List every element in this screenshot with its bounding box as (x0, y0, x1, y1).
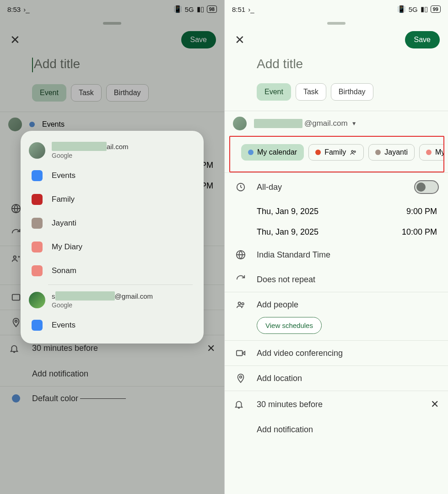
provider-label: Google (52, 301, 153, 309)
title-input[interactable]: Add title (225, 53, 448, 75)
account-item[interactable]: ail.com Google (21, 137, 204, 164)
status-time: 8:51 (232, 5, 245, 13)
network-label: 5G (185, 5, 194, 13)
color-label: Default color (32, 394, 215, 403)
repeat-icon (234, 274, 248, 285)
highlight-box: My calendar Family Jayanti My D (229, 136, 444, 172)
dot-icon (375, 150, 381, 155)
calendar-option-mydiary[interactable]: My Diary (21, 235, 204, 259)
remove-notification-icon[interactable]: ✕ (431, 398, 439, 410)
swatch-icon (32, 242, 43, 252)
redacted-email (254, 119, 302, 128)
calendar-chip-jayanti[interactable]: Jayanti (368, 144, 415, 161)
title-input[interactable]: Add title (0, 53, 224, 76)
dot-icon (248, 150, 254, 155)
svg-point-11 (240, 376, 242, 378)
save-button[interactable]: Save (405, 31, 440, 48)
repeat-row[interactable]: Does not repeat (225, 267, 448, 292)
end-date[interactable]: Thu, Jan 9, 2025 (257, 227, 318, 237)
people-row[interactable]: Add people (225, 292, 448, 317)
account-selector[interactable]: @gmail.com ▼ (225, 111, 448, 136)
notification-label: 30 minutes before (32, 344, 207, 353)
redacted-email (55, 291, 115, 301)
save-button[interactable]: Save (181, 31, 216, 48)
vibrate-icon: 📳 (173, 5, 182, 13)
tab-event[interactable]: Event (257, 83, 291, 101)
drag-handle[interactable] (103, 22, 121, 25)
calendar-picker-popup: ail.com Google Events Family Jayanti My … (21, 131, 204, 344)
bell-icon (234, 399, 248, 409)
svg-point-3 (15, 320, 17, 322)
tab-task[interactable]: Task (296, 83, 326, 101)
remove-notification-icon[interactable]: ✕ (207, 343, 215, 354)
close-icon[interactable]: ✕ (10, 34, 20, 46)
allday-toggle[interactable] (414, 180, 439, 194)
dot-icon (426, 150, 432, 155)
dot-icon (315, 150, 321, 155)
status-time: 8:53 (7, 5, 21, 13)
avatar (29, 292, 45, 308)
avatar (8, 118, 22, 131)
calendar-label: Events (42, 120, 65, 129)
add-notification-row[interactable]: Add notification (225, 418, 448, 442)
end-datetime[interactable]: Thu, Jan 9, 2025 10:00 PM (225, 222, 448, 242)
swatch-icon (32, 218, 43, 229)
calendar-option-jayanti[interactable]: Jayanti (21, 211, 204, 235)
video-icon (234, 348, 248, 358)
video-conf-row[interactable]: Add video conferencing (225, 341, 448, 365)
people-icon (234, 300, 248, 310)
network-label: 5G (409, 5, 418, 13)
end-time[interactable]: 10:00 PM (402, 227, 437, 237)
start-datetime[interactable]: Thu, Jan 9, 2025 9:00 PM (225, 201, 448, 222)
calendar-chip-family[interactable]: Family (308, 144, 364, 161)
avatar (29, 142, 45, 159)
svg-rect-10 (237, 351, 243, 356)
location-icon (234, 373, 248, 383)
drag-handle[interactable] (327, 22, 345, 25)
color-dot-icon (9, 394, 23, 403)
tab-task[interactable]: Task (71, 84, 102, 102)
start-time[interactable]: 9:00 PM (406, 207, 437, 216)
calendar-option-events[interactable]: Events (21, 164, 204, 188)
close-icon[interactable]: ✕ (235, 34, 245, 46)
status-bar: 8:51 ›_ 📳 5G ▮▯ 99 (225, 0, 448, 18)
calendar-option-family[interactable]: Family (21, 188, 204, 211)
people-icon (350, 149, 357, 156)
avatar (233, 117, 247, 130)
notification-label: 30 minutes before (257, 400, 431, 409)
allday-row: All-day (225, 173, 448, 201)
svg-point-1 (14, 256, 16, 258)
signal-icon: ▮▯ (197, 5, 204, 13)
terminal-icon: ›_ (248, 5, 254, 13)
terminal-icon: ›_ (23, 5, 29, 13)
location-row[interactable]: Add location (225, 366, 448, 391)
battery-icon: 99 (431, 5, 441, 13)
calendar-option-sonam[interactable]: Sonam (21, 259, 204, 283)
swatch-icon (32, 265, 43, 276)
svg-point-4 (351, 150, 353, 152)
calendar-chip-mycalendar[interactable]: My calendar (241, 144, 304, 161)
signal-icon: ▮▯ (421, 5, 428, 13)
tab-birthday[interactable]: Birthday (331, 83, 373, 101)
color-row[interactable]: Default color (0, 387, 224, 411)
svg-point-8 (238, 302, 241, 305)
swatch-icon (32, 194, 43, 205)
globe-icon (234, 250, 248, 260)
start-date[interactable]: Thu, Jan 9, 2025 (257, 207, 318, 216)
timezone-row[interactable]: India Standard Time (225, 242, 448, 267)
account-item[interactable]: s @gmail.com Google (21, 287, 204, 313)
svg-point-9 (242, 303, 244, 305)
vibrate-icon: 📳 (397, 5, 406, 13)
calendar-chip-mydiary[interactable]: My D (419, 144, 443, 161)
notification-row[interactable]: 30 minutes before ✕ (225, 391, 448, 418)
allday-label: All-day (257, 183, 405, 192)
calendar-option-events-2[interactable]: Events (21, 313, 204, 337)
tab-birthday[interactable]: Birthday (106, 84, 149, 102)
swatch-icon (32, 320, 43, 331)
bell-icon (9, 344, 23, 354)
chevron-down-icon: ▼ (351, 120, 357, 127)
calendar-dot-icon (29, 122, 35, 127)
view-schedules-button[interactable]: View schedules (257, 317, 322, 334)
tab-event[interactable]: Event (32, 84, 66, 102)
add-notification-row[interactable]: Add notification (0, 362, 224, 386)
